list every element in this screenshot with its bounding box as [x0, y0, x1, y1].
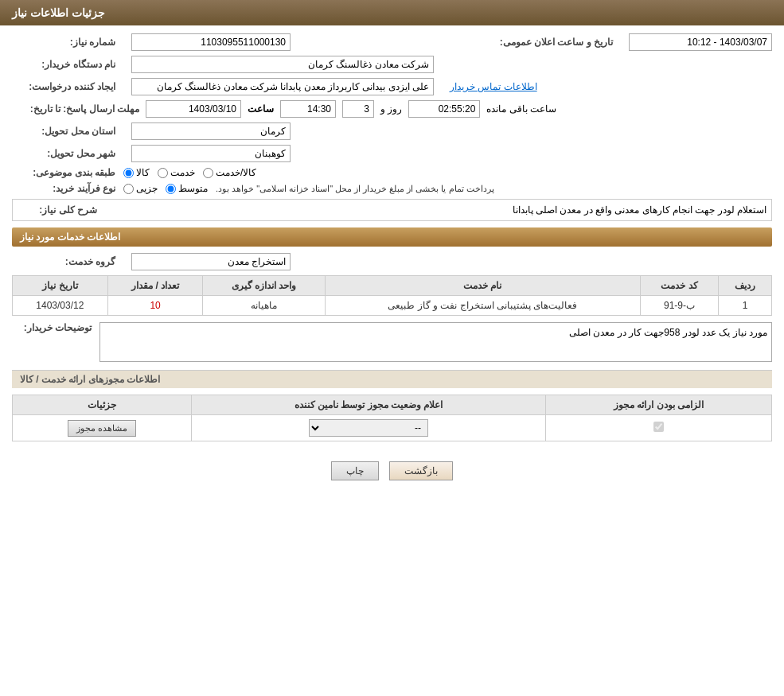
col-service-code: کد خدمت — [640, 276, 718, 296]
khadamat-label: خدمت — [170, 167, 195, 178]
table-row: 1 ب-9-91 فعالیت‌های پشتیبانی استخراج نفت… — [13, 296, 772, 316]
category-kala[interactable]: کالا — [123, 167, 150, 178]
creator-row: ایجاد کننده درخواست: اطلاعات تماس خریدار — [12, 78, 772, 95]
category-kala-khadamat[interactable]: کالا/خدمت — [203, 167, 256, 178]
col-need-date: تاریخ نیاز — [13, 276, 108, 296]
buyer-desc-row: توضیحات خریدار: مورد نیاز یک عدد لودر 95… — [12, 322, 772, 362]
province-label: استان محل تحویل: — [12, 126, 115, 137]
cell-row-num: 1 — [719, 296, 772, 316]
kala-khadamat-radio[interactable] — [203, 168, 213, 178]
need-description-section: شرح کلی نیاز: استعلام لودر جهت انجام کار… — [12, 199, 772, 221]
col-row-num: ردیف — [719, 276, 772, 296]
deadline-label: مهلت ارسال پاسخ: تا تاریخ: — [12, 103, 139, 115]
license-status-select[interactable]: -- — [309, 419, 428, 437]
footer-buttons: بازگشت چاپ — [12, 449, 772, 492]
buyer-desc-label: توضیحات خریدار: — [12, 322, 92, 333]
purchase-type-jozi[interactable]: جزیی — [123, 183, 158, 194]
license-detail-cell[interactable]: مشاهده مجوز — [13, 415, 192, 441]
city-input[interactable] — [131, 145, 291, 162]
buyer-org-row: نام دستگاه خریدار: — [12, 56, 772, 73]
page-header: جزئیات اطلاعات نیاز — [0, 0, 784, 25]
col-service-name: نام خدمت — [325, 276, 640, 296]
kala-radio[interactable] — [123, 168, 134, 178]
cell-unit: ماهیانه — [203, 296, 325, 316]
category-row: طبقه بندی موضوعی: کالا خدمت کالا/خدمت — [12, 167, 772, 178]
back-button[interactable]: بازگشت — [389, 461, 453, 480]
cell-service-name: فعالیت‌های پشتیبانی استخراج نفت و گاز طب… — [325, 296, 640, 316]
license-table-row: -- مشاهده مجوز — [13, 415, 772, 441]
cell-service-code: ب-9-91 — [640, 296, 718, 316]
col-license-required: الزامی بودن ارائه مجوز — [546, 395, 772, 415]
col-license-details: جزئیات — [13, 395, 192, 415]
remaining-input[interactable] — [408, 100, 480, 118]
need-desc-value: استعلام لودر جهت انجام کارهای معدنی واقع… — [105, 204, 766, 216]
cell-need-date: 1403/03/12 — [13, 296, 108, 316]
page-wrapper: جزئیات اطلاعات نیاز شماره نیاز: تاریخ و … — [0, 0, 784, 696]
main-content: شماره نیاز: تاریخ و ساعت اعلان عمومی: نا… — [0, 25, 784, 500]
services-section-title: اطلاعات خدمات مورد نیاز — [12, 227, 772, 247]
days-label: روز و — [380, 103, 402, 115]
license-status-cell: -- — [192, 415, 546, 441]
service-group-row: گروه خدمت: — [12, 253, 772, 270]
category-radio-group: کالا خدمت کالا/خدمت — [123, 167, 256, 178]
purchase-type-radio-group: جزیی متوسط — [123, 183, 208, 194]
services-table: ردیف کد خدمت نام خدمت واحد اندازه گیری ت… — [12, 275, 772, 316]
col-license-status: اعلام وضعیت مجوز توسط نامین کننده — [192, 395, 546, 415]
purchase-type-motavasset[interactable]: متوسط — [166, 183, 208, 194]
license-required-checkbox[interactable] — [653, 422, 664, 432]
service-group-input[interactable] — [131, 253, 291, 270]
need-number-input[interactable] — [131, 33, 291, 51]
header-title: جزئیات اطلاعات نیاز — [12, 6, 105, 19]
deadline-time-input[interactable] — [280, 100, 336, 118]
purchase-type-row: نوع فرآیند خرید: جزیی متوسط پرداخت تمام … — [12, 183, 772, 194]
license-required-cell — [546, 415, 772, 441]
col-unit: واحد اندازه گیری — [203, 276, 325, 296]
cell-quantity: 10 — [107, 296, 203, 316]
category-khadamat[interactable]: خدمت — [158, 167, 195, 178]
buyer-desc-value: مورد نیاز یک عدد لودر 958جهت کار در معدن… — [99, 322, 772, 362]
city-label: شهر محل تحویل: — [12, 148, 115, 159]
announce-date-label: تاریخ و ساعت اعلان عمومی: — [493, 37, 613, 48]
khadamat-radio[interactable] — [158, 168, 168, 178]
col-quantity: تعداد / مقدار — [107, 276, 203, 296]
time-label: ساعت — [248, 103, 274, 115]
license-section-title: اطلاعات مجوزهای ارائه خدمت / کالا — [12, 370, 772, 388]
motavasset-radio[interactable] — [166, 184, 176, 194]
motavasset-label: متوسط — [178, 183, 208, 194]
province-row: استان محل تحویل: — [12, 122, 772, 140]
buyer-org-label: نام دستگاه خریدار: — [12, 59, 115, 70]
need-number-label: شماره نیاز: — [12, 37, 115, 48]
deadline-date-input[interactable] — [146, 100, 241, 118]
creator-input[interactable] — [131, 78, 434, 95]
announce-date-input[interactable] — [629, 33, 772, 51]
province-input[interactable] — [131, 122, 291, 140]
deadline-days-input[interactable] — [342, 100, 374, 118]
general-info-section: شماره نیاز: تاریخ و ساعت اعلان عمومی: نا… — [12, 33, 772, 194]
contact-link[interactable]: اطلاعات تماس خریدار — [450, 81, 537, 92]
city-row: شهر محل تحویل: — [12, 145, 772, 162]
purchase-notice: پرداخت تمام یا بخشی از مبلغ خریدار از مح… — [216, 184, 494, 194]
buyer-org-input[interactable] — [131, 56, 434, 73]
jozi-radio[interactable] — [123, 184, 134, 194]
kala-label: کالا — [136, 167, 150, 178]
deadline-row: مهلت ارسال پاسخ: تا تاریخ: ساعت روز و سا… — [12, 100, 772, 118]
remaining-label: ساعت باقی مانده — [486, 103, 556, 115]
service-group-label: گروه خدمت: — [12, 256, 115, 267]
print-button[interactable]: چاپ — [331, 461, 379, 480]
category-label: طبقه بندی موضوعی: — [12, 167, 115, 178]
license-table: الزامی بودن ارائه مجوز اعلام وضعیت مجوز … — [12, 395, 772, 441]
need-number-row: شماره نیاز: تاریخ و ساعت اعلان عمومی: — [12, 33, 772, 51]
creator-label: ایجاد کننده درخواست: — [12, 81, 115, 92]
kala-khadamat-label: کالا/خدمت — [216, 167, 256, 178]
view-license-button[interactable]: مشاهده مجوز — [68, 420, 136, 437]
jozi-label: جزیی — [136, 183, 158, 194]
need-desc-label: شرح کلی نیاز: — [18, 204, 97, 216]
purchase-type-label: نوع فرآیند خرید: — [12, 183, 115, 194]
